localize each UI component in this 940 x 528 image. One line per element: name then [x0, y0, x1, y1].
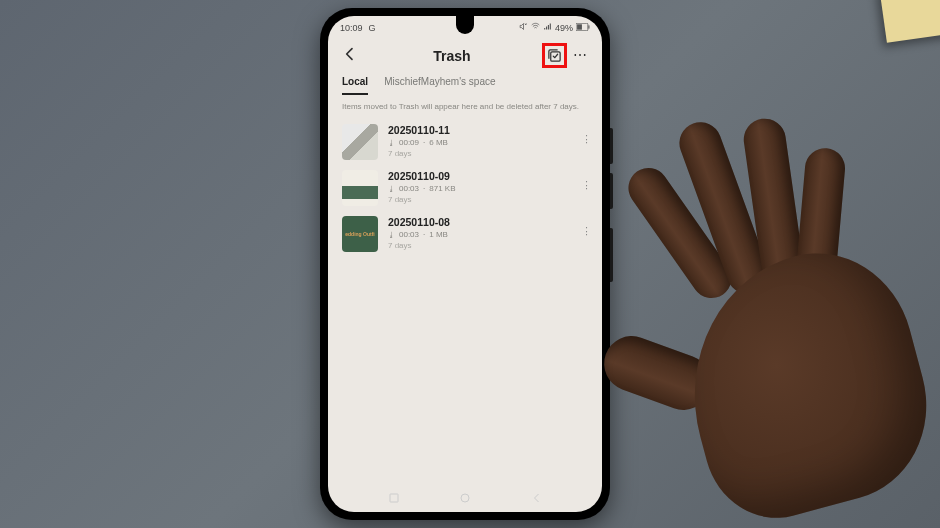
power-button — [610, 228, 613, 282]
item-age: 7 days — [388, 241, 575, 250]
battery-icon — [576, 23, 590, 33]
nav-back-button[interactable] — [531, 492, 543, 506]
trash-info-text: Items moved to Trash will appear here an… — [328, 95, 602, 119]
status-extra: G — [369, 23, 376, 33]
phone-screen: 10:09 G 49% — [328, 16, 602, 512]
tab-user-space[interactable]: MischiefMayhem's space — [384, 76, 495, 95]
item-size: 6 MB — [429, 138, 448, 147]
phone-frame: 10:09 G 49% — [320, 8, 610, 520]
video-thumbnail — [342, 170, 378, 206]
svg-rect-2 — [588, 25, 589, 28]
item-size: 1 MB — [429, 230, 448, 239]
tutorial-highlight — [542, 43, 567, 68]
video-thumbnail: edding Outfi — [342, 216, 378, 252]
box-corner — [879, 0, 940, 43]
item-more-button[interactable]: ··· — [585, 216, 588, 246]
item-duration: 00:09 — [399, 138, 419, 147]
item-more-button[interactable]: ··· — [585, 124, 588, 154]
more-options-button[interactable]: ⋯ — [569, 50, 592, 61]
status-time: 10:09 — [340, 23, 363, 33]
system-nav-bar — [328, 486, 602, 512]
page-header: Trash ⋯ — [328, 35, 602, 72]
item-age: 7 days — [388, 149, 575, 158]
svg-point-5 — [461, 494, 469, 502]
download-icon: ⭳ — [388, 185, 395, 192]
wifi-icon — [531, 22, 540, 33]
svg-rect-4 — [390, 494, 398, 502]
page-title: Trash — [362, 48, 542, 64]
select-all-button[interactable] — [547, 48, 562, 63]
item-title: 20250110-08 — [388, 216, 575, 228]
item-age: 7 days — [388, 195, 575, 204]
trash-item[interactable]: 20250110-09 ⭳ 00:03 · 871 KB 7 days ··· — [328, 165, 602, 211]
camera-notch — [456, 16, 474, 34]
item-more-button[interactable]: ··· — [585, 170, 588, 200]
download-icon: ⭳ — [388, 231, 395, 238]
item-title: 20250110-11 — [388, 124, 575, 136]
nav-recents-button[interactable] — [388, 492, 400, 506]
video-thumbnail — [342, 124, 378, 160]
trash-item[interactable]: 20250110-11 ⭳ 00:09 · 6 MB 7 days ··· — [328, 119, 602, 165]
mute-icon — [519, 22, 528, 33]
item-size: 871 KB — [429, 184, 455, 193]
item-title: 20250110-09 — [388, 170, 575, 182]
download-icon: ⭳ — [388, 139, 395, 146]
volume-down-button — [610, 173, 613, 209]
volume-up-button — [610, 128, 613, 164]
svg-rect-1 — [577, 24, 582, 29]
back-button[interactable] — [338, 44, 362, 67]
nav-home-button[interactable] — [459, 492, 471, 506]
item-duration: 00:03 — [399, 184, 419, 193]
tab-local[interactable]: Local — [342, 76, 368, 95]
tabs-bar: Local MischiefMayhem's space — [328, 72, 602, 95]
trash-item[interactable]: edding Outfi 20250110-08 ⭳ 00:03 · 1 MB … — [328, 211, 602, 257]
signal-icon — [543, 22, 552, 33]
battery-text: 49% — [555, 23, 573, 33]
item-duration: 00:03 — [399, 230, 419, 239]
